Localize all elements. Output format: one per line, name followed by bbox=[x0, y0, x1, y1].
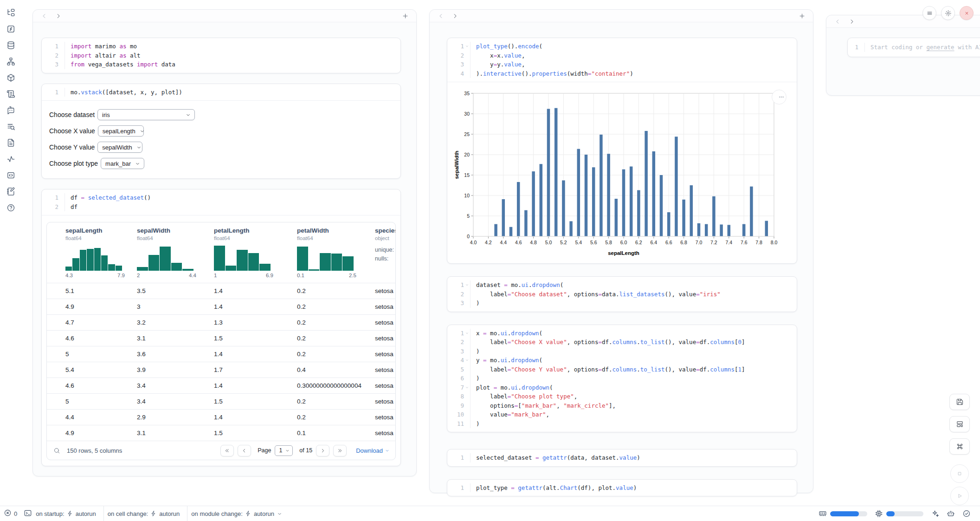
code-line[interactable]: dataset = mo.ui.dropdown( bbox=[470, 280, 797, 290]
rail-button-list-search[interactable] bbox=[5, 120, 17, 132]
code-line[interactable]: label="Choose dataset", options=data.lis… bbox=[470, 290, 797, 299]
code-line[interactable]: ) bbox=[470, 347, 797, 356]
rail-button-snippets[interactable] bbox=[5, 169, 17, 181]
chart-more-options-button[interactable] bbox=[772, 90, 787, 104]
rail-button-scroll[interactable] bbox=[5, 88, 17, 100]
rail-button-package[interactable] bbox=[5, 72, 17, 84]
code-line[interactable]: y=y.value, bbox=[470, 60, 797, 69]
code-line[interactable]: ) bbox=[470, 299, 797, 308]
code-line[interactable]: plot_type = getattr(alt.Chart(df), plot.… bbox=[470, 483, 797, 493]
close-panel-button[interactable] bbox=[960, 6, 974, 20]
code-cell-selected-dataset[interactable]: 1selected_dataset = getattr(data, datase… bbox=[447, 449, 797, 467]
column-header-petalLength[interactable]: petalLengthfloat64 bbox=[210, 227, 293, 241]
table-row[interactable]: 4.42.91.40.2setosa bbox=[47, 409, 395, 425]
page-number-select[interactable]: 1 bbox=[275, 445, 293, 456]
column-next-button[interactable] bbox=[847, 17, 856, 26]
generate-link[interactable]: generate bbox=[926, 44, 954, 51]
code-line[interactable]: label="Choose plot type", bbox=[470, 392, 797, 401]
bar-chart[interactable]: 4.04.24.44.64.85.05.25.45.65.86.06.26.46… bbox=[452, 88, 780, 260]
fold-chevron-icon[interactable] bbox=[464, 331, 470, 335]
save-button[interactable] bbox=[949, 394, 970, 410]
bot-button[interactable] bbox=[947, 509, 955, 518]
column-next-button[interactable] bbox=[450, 11, 459, 20]
runtime-setting[interactable]: on module change:autorun bbox=[191, 510, 283, 517]
dataset-select[interactable]: iris bbox=[97, 109, 195, 120]
rail-button-file-tree[interactable] bbox=[5, 7, 17, 19]
sparkles-button[interactable] bbox=[931, 509, 939, 518]
rail-button-dependency-graph[interactable] bbox=[5, 55, 17, 67]
first-page-button[interactable] bbox=[220, 445, 234, 456]
fold-chevron-icon[interactable] bbox=[464, 358, 470, 362]
code-cell-dataset-dropdown[interactable]: 1dataset = mo.ui.dropdown(2 label="Choos… bbox=[447, 276, 797, 312]
terminal-button[interactable] bbox=[24, 509, 32, 519]
table-row[interactable]: 5.43.91.70.4setosa bbox=[47, 362, 395, 378]
command-button[interactable] bbox=[949, 438, 970, 455]
runtime-setting[interactable]: on startup:autorun bbox=[36, 510, 96, 517]
last-page-button[interactable] bbox=[333, 445, 347, 456]
code-line[interactable]: x = mo.ui.dropdown( bbox=[470, 329, 797, 338]
code-line[interactable]: ) bbox=[470, 374, 797, 383]
column-header-sepalLength[interactable]: sepalLengthfloat64 bbox=[62, 227, 133, 241]
column-header-sepalWidth[interactable]: sepalWidthfloat64 bbox=[133, 227, 210, 241]
code-line[interactable]: x=x.value, bbox=[470, 51, 797, 60]
table-row[interactable]: 53.61.40.2setosa bbox=[47, 346, 395, 362]
table-row[interactable]: 4.93.11.50.1setosa bbox=[47, 425, 395, 441]
column-prev-button[interactable] bbox=[436, 11, 445, 20]
code-line[interactable]: options=["mark_bar", "mark_circle"], bbox=[470, 401, 797, 410]
layout-grid-button[interactable] bbox=[949, 416, 970, 432]
table-row[interactable]: 4.931.40.2setosa bbox=[47, 299, 395, 314]
y-value-select[interactable]: sepalWidth bbox=[97, 142, 142, 153]
code-line[interactable]: ).interactive().properties(width="contai… bbox=[470, 69, 797, 78]
code-line[interactable]: df bbox=[64, 202, 400, 212]
add-cell-button[interactable] bbox=[400, 11, 410, 20]
table-row[interactable]: 53.41.50.2setosa bbox=[47, 393, 395, 409]
code-cell-imports[interactable]: 1import marimo as mo2import altair as al… bbox=[41, 38, 401, 73]
plot-type-select[interactable]: mark_bar bbox=[101, 158, 144, 169]
column-header-species[interactable]: speciesobject bbox=[371, 227, 395, 241]
rail-button-chat-bot[interactable] bbox=[5, 104, 17, 116]
code-cell-plot-encode[interactable]: 1plot_type().encode(2 x=x.value,3 y=y.va… bbox=[447, 38, 797, 264]
code-line[interactable]: value="mark_bar", bbox=[470, 410, 797, 419]
table-row[interactable]: 4.63.11.50.2setosa bbox=[47, 330, 395, 346]
column-prev-button[interactable] bbox=[39, 11, 49, 20]
column-prev-button[interactable] bbox=[833, 17, 842, 26]
column-next-button[interactable] bbox=[53, 11, 63, 20]
download-button[interactable]: Download bbox=[356, 447, 390, 454]
code-cell-vstack[interactable]: 1mo.vstack([dataset, x, y, plot]) Choose… bbox=[41, 84, 401, 179]
rail-button-document[interactable] bbox=[5, 137, 17, 149]
x-value-select[interactable]: sepalLength bbox=[98, 125, 144, 137]
fold-chevron-icon[interactable] bbox=[464, 44, 470, 48]
code-line[interactable]: label="Choose Y value", options=df.colum… bbox=[470, 365, 797, 374]
table-row[interactable]: 4.63.41.40.30000000000000004setosa bbox=[47, 378, 395, 393]
errors-indicator[interactable]: 0 bbox=[4, 509, 17, 518]
code-line[interactable]: y = mo.ui.dropdown( bbox=[470, 356, 797, 365]
fold-chevron-icon[interactable] bbox=[464, 385, 470, 390]
next-page-button[interactable] bbox=[316, 445, 329, 456]
menu-button[interactable] bbox=[922, 6, 936, 20]
code-line[interactable]: import marimo as mo bbox=[64, 42, 400, 51]
rail-button-help[interactable] bbox=[5, 202, 17, 214]
code-placeholder[interactable]: Start coding or generate with AI bbox=[864, 43, 980, 52]
code-line[interactable]: mo.vstack([dataset, x, y, plot]) bbox=[64, 88, 400, 97]
code-cell-plot-type[interactable]: 1plot_type = getattr(alt.Chart(df), plot… bbox=[447, 479, 797, 497]
table-row[interactable]: 5.13.51.40.2setosa bbox=[47, 283, 395, 299]
table-row[interactable]: 4.73.21.30.2setosa bbox=[47, 314, 395, 330]
code-cell-xy-plot-dropdowns[interactable]: 1x = mo.ui.dropdown(2 label="Choose X va… bbox=[447, 325, 797, 433]
table-search-button[interactable] bbox=[53, 447, 60, 454]
add-cell-button[interactable] bbox=[797, 11, 806, 20]
code-line[interactable]: label="Choose X value", options=df.colum… bbox=[470, 338, 797, 347]
fold-chevron-icon[interactable] bbox=[464, 283, 470, 287]
code-line[interactable]: from vega_datasets import data bbox=[64, 60, 400, 69]
rail-button-function-square[interactable] bbox=[5, 23, 17, 35]
column-header-petalWidth[interactable]: petalWidthfloat64 bbox=[293, 227, 371, 241]
rail-button-database[interactable] bbox=[5, 39, 17, 51]
rail-button-activity[interactable] bbox=[5, 153, 17, 165]
gear-button[interactable] bbox=[941, 6, 955, 20]
prev-page-button[interactable] bbox=[238, 445, 251, 456]
empty-code-cell[interactable]: 1 Start coding or generate with AI bbox=[847, 38, 980, 57]
code-line[interactable]: plot_type().encode( bbox=[470, 42, 797, 51]
stop-button[interactable] bbox=[950, 464, 969, 483]
code-line[interactable]: plot = mo.ui.dropdown( bbox=[470, 383, 797, 392]
rail-button-scratchpad[interactable] bbox=[5, 185, 17, 197]
code-cell-dataframe[interactable]: 1df = selected_dataset()2df sepalLengthf… bbox=[41, 189, 401, 466]
